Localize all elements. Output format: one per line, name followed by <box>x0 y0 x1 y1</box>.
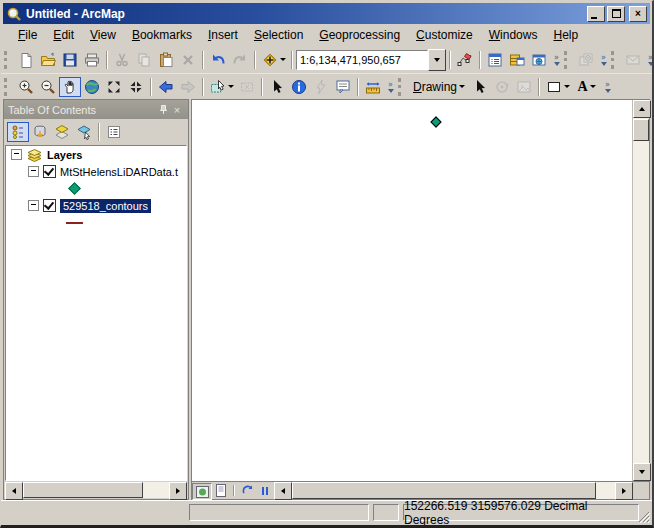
collapse-icon[interactable] <box>28 200 39 211</box>
toolbar-overflow-button[interactable]: » <box>384 77 397 97</box>
tree-row-symbol[interactable] <box>6 180 186 197</box>
add-data-button[interactable] <box>259 50 288 70</box>
layer-visibility-checkbox[interactable] <box>43 165 56 178</box>
menu-customize[interactable]: Customize <box>409 26 480 44</box>
data-view-button[interactable] <box>192 483 212 500</box>
drawing-select-elements-button[interactable] <box>469 77 491 97</box>
map-horizontal-scrollbar[interactable] <box>274 482 633 499</box>
toc-options-button[interactable] <box>103 122 125 142</box>
tree-row-layer[interactable]: 529518_contours <box>6 197 186 214</box>
forward-extent-button[interactable] <box>177 77 199 97</box>
map-canvas[interactable] <box>192 100 632 481</box>
scrollbar-track[interactable] <box>596 482 615 499</box>
layer-name-label[interactable]: MtStHelensLiDARData.t <box>60 166 178 178</box>
open-button[interactable] <box>37 50 59 70</box>
scrollbar-track[interactable] <box>633 142 649 463</box>
identify-button[interactable] <box>288 77 310 97</box>
scroll-right-button[interactable] <box>615 482 633 500</box>
collapse-icon[interactable] <box>11 149 22 160</box>
list-by-drawing-order-button[interactable] <box>7 122 29 142</box>
map-scale-input[interactable] <box>296 50 428 70</box>
close-button[interactable]: × <box>629 6 647 22</box>
measure-button[interactable] <box>362 77 384 97</box>
paste-button[interactable] <box>155 50 177 70</box>
menu-windows[interactable]: Windows <box>482 26 545 44</box>
tree-row-layer[interactable]: MtStHelensLiDARData.t <box>6 163 186 180</box>
title-bar[interactable]: Untitled - ArcMap × <box>3 3 650 24</box>
text-tool-button[interactable]: A <box>572 77 601 97</box>
scrollbar-track[interactable] <box>143 482 169 498</box>
html-popup-button[interactable] <box>332 77 354 97</box>
map-point-feature[interactable] <box>430 116 441 127</box>
scroll-up-button[interactable] <box>633 100 651 118</box>
fixed-zoom-out-button[interactable] <box>125 77 147 97</box>
list-by-selection-button[interactable] <box>73 122 95 142</box>
list-by-source-button[interactable] <box>29 122 51 142</box>
add-graphics-button[interactable] <box>513 77 535 97</box>
pause-drawing-button[interactable] <box>256 483 274 498</box>
toolbar-grip[interactable] <box>611 51 619 69</box>
copy-button[interactable] <box>133 50 155 70</box>
scrollbar-thumb[interactable] <box>23 482 143 498</box>
scroll-left-button[interactable] <box>274 482 292 500</box>
close-icon[interactable]: × <box>170 103 184 117</box>
menu-edit[interactable]: Edit <box>46 26 81 44</box>
cut-button[interactable] <box>111 50 133 70</box>
toolbar-overflow-button[interactable]: » <box>597 50 610 70</box>
maximize-button[interactable] <box>607 6 625 22</box>
menu-selection[interactable]: Selection <box>247 26 310 44</box>
table-of-contents-window-button[interactable] <box>484 50 506 70</box>
scrollbar-thumb[interactable] <box>292 482 596 499</box>
new-document-button[interactable] <box>15 50 37 70</box>
menu-insert[interactable]: Insert <box>201 26 245 44</box>
layout-view-button[interactable] <box>212 483 230 498</box>
collapse-icon[interactable] <box>28 166 39 177</box>
toc-header[interactable]: Table Of Contents × <box>4 100 188 119</box>
save-button[interactable] <box>59 50 81 70</box>
resize-grip[interactable] <box>637 510 650 523</box>
toolbar-grip[interactable] <box>4 51 12 69</box>
layer-name-label-selected[interactable]: 529518_contours <box>60 199 151 213</box>
select-elements-button[interactable] <box>266 77 288 97</box>
pin-icon[interactable] <box>156 103 170 117</box>
select-features-button[interactable] <box>207 77 236 97</box>
drawing-menu-button[interactable]: Drawing <box>409 78 469 96</box>
back-extent-button[interactable] <box>155 77 177 97</box>
menu-view[interactable]: View <box>83 26 123 44</box>
full-extent-button[interactable] <box>81 77 103 97</box>
mail-link-button[interactable] <box>622 50 644 70</box>
toolbar-overflow-button[interactable]: » <box>601 77 614 97</box>
viewer-window-button[interactable] <box>575 50 597 70</box>
scroll-right-button[interactable] <box>169 482 187 500</box>
point-symbol[interactable] <box>68 182 81 195</box>
layers-group-label[interactable]: Layers <box>47 149 82 161</box>
menu-geoprocessing[interactable]: Geoprocessing <box>312 26 407 44</box>
toc-horizontal-scrollbar[interactable] <box>5 482 187 498</box>
search-window-button[interactable] <box>528 50 550 70</box>
line-symbol[interactable] <box>66 222 83 224</box>
delete-button[interactable] <box>177 50 199 70</box>
map-scale-dropdown-button[interactable] <box>428 49 446 71</box>
layer-visibility-checkbox[interactable] <box>43 199 56 212</box>
rotate-element-button[interactable] <box>491 77 513 97</box>
undo-button[interactable] <box>207 50 229 70</box>
tree-row-layers[interactable]: Layers <box>6 146 186 163</box>
tree-row-symbol[interactable] <box>6 214 186 231</box>
zoom-out-button[interactable] <box>37 77 59 97</box>
menu-file[interactable]: File <box>11 26 44 44</box>
scroll-left-button[interactable] <box>5 482 23 500</box>
toolbar-overflow-button[interactable]: » <box>550 50 563 70</box>
shape-rectangle-button[interactable] <box>543 77 572 97</box>
toolbar-grip[interactable] <box>564 51 572 69</box>
list-by-visibility-button[interactable] <box>51 122 73 142</box>
editor-toolbar-button[interactable] <box>454 50 476 70</box>
pan-button[interactable] <box>59 77 81 97</box>
toolbar-grip[interactable] <box>398 78 406 96</box>
minimize-button[interactable] <box>587 6 605 22</box>
print-button[interactable] <box>81 50 103 70</box>
refresh-view-button[interactable] <box>238 483 256 498</box>
fixed-zoom-in-button[interactable] <box>103 77 125 97</box>
scrollbar-thumb[interactable] <box>633 119 649 141</box>
map-vertical-scrollbar[interactable] <box>632 100 649 481</box>
clear-selected-features-button[interactable] <box>236 77 258 97</box>
